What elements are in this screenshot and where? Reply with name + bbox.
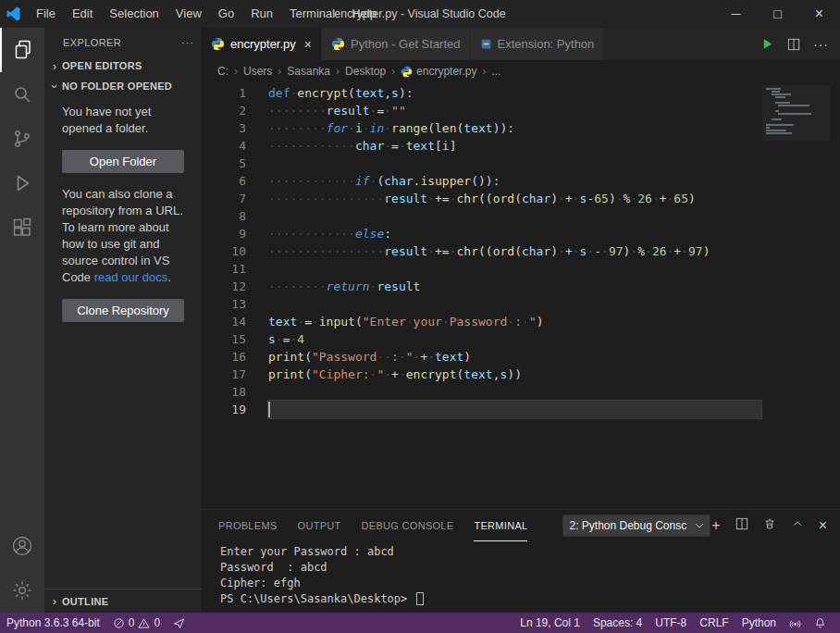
line-number: 1	[215, 84, 246, 102]
window-title: encrypter.py - Visual Studio Code	[334, 0, 505, 28]
breadcrumb-item[interactable]: Desktop	[344, 65, 387, 78]
code-line[interactable]: 19	[215, 401, 840, 418]
split-terminal-icon[interactable]	[735, 517, 748, 534]
code-editor[interactable]: 1def·encrypt(text,s):2········result·=·"…	[202, 82, 840, 509]
settings-gear-icon[interactable]	[0, 568, 44, 613]
panel-tab-output[interactable]: OUTPUT	[298, 510, 341, 541]
terminal-line: Cipher: efgh	[220, 576, 840, 591]
code-line[interactable]: 14text·=·input("Enter·your·Password·:·")	[215, 313, 840, 330]
line-number: 18	[215, 383, 246, 401]
section-outline[interactable]: › OUTLINE	[44, 589, 202, 613]
code-line[interactable]: 6············if·(char.isupper()):	[215, 172, 840, 190]
status-item[interactable]: Python	[735, 616, 783, 629]
breadcrumb-item[interactable]: Sasanka	[286, 65, 331, 78]
code-line[interactable]: 7················result·+=·chr((ord(char…	[215, 190, 840, 207]
menu-go[interactable]: Go	[210, 0, 242, 28]
python-icon	[331, 37, 345, 51]
vscode-window: FileEditSelectionViewGoRunTerminalHelp e…	[0, 0, 840, 633]
code-line[interactable]: 15s·=·4	[215, 330, 840, 348]
more-actions-icon[interactable]: ···	[813, 37, 829, 52]
panel-tab-problems[interactable]: PROBLEMS	[218, 510, 278, 541]
source-control-icon[interactable]	[0, 117, 44, 161]
python-interpreter-status[interactable]: Python 3.6.3 64-bit	[0, 616, 106, 629]
chevron-right-icon: ›	[273, 65, 286, 78]
breadcrumb-item[interactable]: encrypter.py	[400, 65, 477, 78]
warning-icon	[138, 617, 150, 629]
terminal-output[interactable]: Enter your Password : abcdPassword : abc…	[202, 541, 840, 613]
menu-edit[interactable]: Edit	[64, 0, 101, 28]
status-item[interactable]: Ln 19, Col 1	[513, 616, 587, 629]
menu-view[interactable]: View	[167, 0, 210, 28]
code-line[interactable]: 3········for·i·in·range(len(text)):	[215, 119, 840, 137]
line-number: 2	[215, 102, 246, 119]
code-line[interactable]: 2········result·=·""	[215, 102, 840, 119]
menu-file[interactable]: File	[28, 0, 64, 28]
code-line[interactable]: 10················result·+=·chr((ord(cha…	[215, 242, 840, 260]
panel-tab-debug-console[interactable]: DEBUG CONSOLE	[362, 510, 454, 541]
code-line[interactable]: 4············char·=·text[i]	[215, 137, 840, 155]
broadcast-icon[interactable]	[783, 617, 808, 629]
maximize-panel-chevron-icon[interactable]	[791, 517, 804, 534]
code-line[interactable]: 13	[215, 295, 840, 313]
code-line[interactable]: 9············else:	[215, 225, 840, 242]
code-line[interactable]: 18	[215, 383, 840, 401]
section-open-editors[interactable]: › OPEN EDITORS	[44, 56, 202, 76]
split-editor-icon[interactable]	[787, 38, 800, 51]
status-item[interactable]: Spaces: 4	[587, 616, 649, 629]
line-number: 16	[215, 348, 246, 366]
line-number: 15	[215, 330, 246, 348]
breadcrumb-item[interactable]: Users	[242, 65, 273, 78]
code-line[interactable]: 16print("Password··:·"·+·text)	[215, 348, 840, 366]
line-number: 3	[215, 119, 246, 137]
error-icon	[113, 617, 125, 629]
code-line[interactable]: 5	[215, 155, 840, 172]
menu-selection[interactable]: Selection	[101, 0, 167, 28]
tab-encrypter-py[interactable]: encrypter.py×	[202, 28, 322, 60]
code-line[interactable]: 11	[215, 260, 840, 278]
panel-tab-terminal[interactable]: TERMINAL	[474, 510, 527, 541]
breadcrumb-item[interactable]: C:	[216, 65, 229, 78]
warning-count: 0	[154, 616, 160, 629]
notifications-bell-icon[interactable]	[808, 617, 833, 629]
line-number: 4	[215, 137, 246, 155]
explorer-icon[interactable]	[0, 28, 44, 72]
code-line[interactable]: 1def·encrypt(text,s):	[215, 84, 840, 102]
minimap[interactable]	[762, 85, 831, 141]
clone-repository-button[interactable]: Clone Repository	[62, 299, 184, 322]
python-icon	[401, 66, 413, 78]
close-tab-icon[interactable]: ×	[304, 37, 312, 52]
sidebar-more-icon[interactable]: ···	[181, 37, 194, 48]
code-line[interactable]: 12········return·result	[215, 278, 840, 295]
chevron-right-icon: ›	[47, 594, 62, 608]
run-file-icon[interactable]	[760, 37, 774, 51]
terminal-selector-dropdown[interactable]: 2: Python Debug Consc	[562, 515, 710, 537]
menu-run[interactable]: Run	[242, 0, 281, 28]
line-number: 19	[215, 401, 246, 418]
breadcrumb-item[interactable]: ...	[490, 65, 501, 78]
status-item[interactable]: CRLF	[693, 616, 735, 629]
run-debug-icon[interactable]	[0, 161, 44, 205]
terminal-prompt[interactable]: PS C:\Users\Sasanka\Desktop>	[220, 591, 840, 607]
minimize-icon[interactable]: ─	[715, 0, 757, 28]
maximize-icon[interactable]: □	[757, 0, 798, 28]
quick-action-icon[interactable]	[167, 617, 191, 629]
search-icon[interactable]	[0, 72, 44, 117]
close-panel-icon[interactable]: ×	[819, 518, 827, 533]
section-no-folder[interactable]: › NO FOLDER OPENED	[44, 76, 202, 96]
read-our-docs-link[interactable]: read our docs	[94, 270, 168, 284]
vscode-logo-icon	[0, 6, 28, 21]
open-folder-button[interactable]: Open Folder	[62, 150, 184, 173]
tab-extension-python[interactable]: Extension: Python	[471, 28, 605, 60]
problems-status[interactable]: 0 0	[106, 616, 167, 629]
code-line[interactable]: 17print("Cipher:·"·+·encrypt(text,s))	[215, 366, 840, 383]
python-icon	[211, 37, 225, 51]
tab-python-get-started[interactable]: Python - Get Started	[322, 28, 471, 60]
new-terminal-icon[interactable]: +	[711, 518, 720, 533]
extensions-icon[interactable]	[0, 205, 44, 250]
kill-terminal-trash-icon[interactable]	[763, 517, 776, 534]
line-number: 14	[215, 313, 246, 330]
account-icon[interactable]	[0, 524, 44, 568]
status-item[interactable]: UTF-8	[649, 616, 693, 629]
close-icon[interactable]: ×	[798, 0, 840, 28]
code-line[interactable]: 8	[215, 207, 840, 225]
